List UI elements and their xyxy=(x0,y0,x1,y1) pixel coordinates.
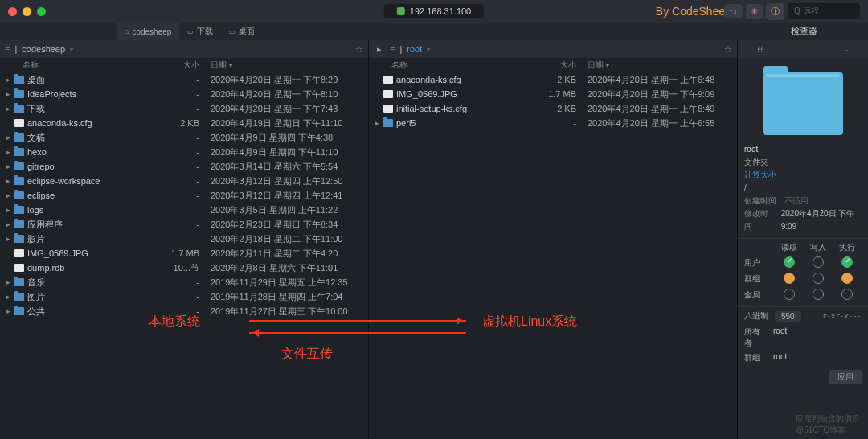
col-date[interactable]: 日期 ▾ xyxy=(199,59,368,71)
local-path-name[interactable]: codesheep xyxy=(22,44,65,54)
file-date: 2020年3月14日 星期六 下午5:54 xyxy=(199,161,368,173)
bookmark-icon[interactable]: ▸ xyxy=(377,44,382,55)
disclosure-icon[interactable]: ▸ xyxy=(6,191,14,199)
disclosure-icon[interactable]: ▸ xyxy=(6,307,14,315)
disclosure-icon[interactable]: ▸ xyxy=(6,293,14,301)
col-size[interactable]: 大小 xyxy=(536,59,576,71)
perm-toggle[interactable] xyxy=(813,256,824,268)
info-icon[interactable]: ⓘ xyxy=(766,3,784,20)
perm-toggle[interactable] xyxy=(841,273,853,284)
local-path-bar[interactable]: ≡ | codesheep ▾ ☆ xyxy=(0,40,368,58)
annotation-transfer: 文件互传 xyxy=(281,346,333,363)
disclosure-icon[interactable]: ▸ xyxy=(6,278,14,286)
owner-value[interactable]: root xyxy=(773,326,787,349)
inspector-tab[interactable]: 检查器 xyxy=(739,23,868,40)
local-row[interactable]: dump.rdb10...节2020年2月8日 星期六 下午11:01 xyxy=(0,261,368,275)
local-row[interactable]: ▸gitrepo-2020年3月14日 星期六 下午5:54 xyxy=(0,159,368,174)
maximize-icon[interactable] xyxy=(37,7,46,16)
remote-path-name[interactable]: root xyxy=(407,44,422,54)
host-indicator[interactable]: 192.168.31.100 xyxy=(384,4,484,18)
local-row[interactable]: ▸桌面-2020年4月20日 星期一 下午8:29 xyxy=(0,72,368,87)
local-row[interactable]: ▸文稿-2020年4月9日 星期四 下午4:38 xyxy=(0,130,368,145)
local-file-list[interactable]: ▸桌面-2020年4月20日 星期一 下午8:29▸IdeaProjects-2… xyxy=(0,72,368,439)
tab-桌面[interactable]: 桌面 xyxy=(221,23,263,40)
col-name[interactable]: 名称 xyxy=(391,59,536,71)
chevron-down-icon[interactable]: ▾ xyxy=(427,46,430,53)
mtime-label: 修改时间 xyxy=(744,207,776,233)
menu-icon[interactable]: ≡ xyxy=(390,44,395,54)
col-size[interactable]: 大小 xyxy=(159,59,199,71)
perm-row-全局: 全局 xyxy=(738,287,868,303)
remote-row[interactable]: anaconda-ks.cfg2 KB2020年4月20日 星期一 上午6:48 xyxy=(369,72,737,87)
local-row[interactable]: ▸下载-2020年4月20日 星期一 下午7:43 xyxy=(0,101,368,116)
file-date: 2019年11月28日 星期四 上午7:04 xyxy=(199,291,368,303)
local-row[interactable]: ▸hexo-2020年4月9日 星期四 下午11:10 xyxy=(0,145,368,159)
apply-button[interactable]: 应用 xyxy=(829,370,862,384)
menu-icon[interactable]: ≡ xyxy=(5,44,10,54)
disclosure-icon[interactable]: ▸ xyxy=(6,90,14,98)
disclosure-icon[interactable]: ▸ xyxy=(6,105,14,113)
remote-row[interactable]: ▸perl5-2020年4月20日 星期一 上午6:55 xyxy=(369,116,737,130)
perm-toggle[interactable] xyxy=(841,256,853,268)
perm-toggle[interactable] xyxy=(784,289,795,300)
local-row[interactable]: ▸logs-2020年3月5日 星期四 上午11:22 xyxy=(0,203,368,217)
perm-toggle[interactable] xyxy=(784,273,795,284)
action-icon[interactable]: ✳ xyxy=(746,4,763,19)
folder-icon xyxy=(14,162,24,170)
search-input[interactable]: Q 远程 xyxy=(788,3,860,19)
perm-toggle[interactable] xyxy=(841,289,853,300)
local-row[interactable]: ▸eclipse-workspace-2020年3月12日 星期四 上午12:5… xyxy=(0,174,368,188)
perm-toggle[interactable] xyxy=(784,256,795,268)
minimize-icon[interactable] xyxy=(23,7,31,16)
close-icon[interactable] xyxy=(8,7,17,16)
favorite-icon[interactable]: ☆ xyxy=(355,44,363,55)
disclosure-icon[interactable]: ▸ xyxy=(6,235,14,243)
inspector-path: / xyxy=(744,182,862,195)
calc-size-link[interactable]: 计算大小 xyxy=(744,169,862,182)
local-row[interactable]: anaconda-ks.cfg2 KB2020年4月19日 星期日 下午11:1… xyxy=(0,116,368,130)
disclosure-icon[interactable]: ▸ xyxy=(6,76,14,84)
file-icon xyxy=(14,264,24,272)
perm-label: 全局 xyxy=(744,289,775,301)
file-size: - xyxy=(159,133,199,142)
local-row[interactable]: ▸影片-2020年2月18日 星期二 下午11:00 xyxy=(0,232,368,246)
disclosure-icon[interactable]: ▸ xyxy=(6,220,14,228)
folder-preview-icon xyxy=(763,72,843,135)
inspector-name: root xyxy=(744,143,862,156)
inspector-header[interactable]: ⁝⁝ ⌄ xyxy=(738,40,868,58)
file-size: - xyxy=(536,118,576,128)
octal-value[interactable]: 550 xyxy=(775,311,801,322)
disclosure-icon[interactable]: ▸ xyxy=(375,119,383,127)
tab-codesheep[interactable]: codesheep xyxy=(117,23,179,40)
sync-icon[interactable]: ↑↓ xyxy=(724,4,743,18)
col-name[interactable]: 名称 xyxy=(23,59,159,71)
file-date: 2020年4月9日 星期四 下午11:10 xyxy=(199,146,368,158)
group-value[interactable]: root xyxy=(773,352,787,363)
file-size: 10...节 xyxy=(159,262,199,274)
file-name: IMG_0569.JPG xyxy=(396,89,536,99)
disclosure-icon[interactable]: ▸ xyxy=(6,177,14,185)
disclosure-icon[interactable]: ▸ xyxy=(6,162,14,170)
file-date: 2020年3月12日 星期四 上午12:50 xyxy=(199,175,368,187)
disclosure-icon[interactable]: ▸ xyxy=(6,148,14,156)
file-name: 桌面 xyxy=(27,74,159,86)
local-row[interactable]: ▸eclipse-2020年3月12日 星期四 上午12:41 xyxy=(0,188,368,203)
local-row[interactable]: IMG_0569.JPG1.7 MB2020年2月11日 星期二 下午4:20 xyxy=(0,246,368,261)
favorite-icon[interactable]: ☆ xyxy=(724,44,732,55)
remote-path-bar[interactable]: ▸ ≡ | root ▾ ☆ xyxy=(369,40,737,58)
local-row[interactable]: ▸图片-2019年11月28日 星期四 上午7:04 xyxy=(0,289,368,304)
perm-toggle[interactable] xyxy=(813,289,824,300)
remote-row[interactable]: initial-setup-ks.cfg2 KB2020年4月20日 星期一 上… xyxy=(369,101,737,116)
local-row[interactable]: ▸应用程序-2020年2月23日 星期日 下午8:34 xyxy=(0,217,368,232)
local-row[interactable]: ▸IdeaProjects-2020年4月20日 星期一 下午8:10 xyxy=(0,87,368,101)
disclosure-icon[interactable]: ▸ xyxy=(6,206,14,214)
col-date[interactable]: 日期 ▾ xyxy=(576,59,737,71)
disclosure-icon[interactable]: ▸ xyxy=(6,133,14,142)
chevron-down-icon[interactable]: ▾ xyxy=(70,46,73,53)
tab-下载[interactable]: 下载 xyxy=(179,23,221,40)
file-icon xyxy=(383,105,393,113)
remote-row[interactable]: IMG_0569.JPG1.7 MB2020年4月20日 星期一 下午9:09 xyxy=(369,87,737,101)
perm-toggle[interactable] xyxy=(813,273,824,284)
remote-file-list[interactable]: anaconda-ks.cfg2 KB2020年4月20日 星期一 上午6:48… xyxy=(369,72,737,439)
local-row[interactable]: ▸音乐-2019年11月29日 星期五 上午12:35 xyxy=(0,275,368,289)
